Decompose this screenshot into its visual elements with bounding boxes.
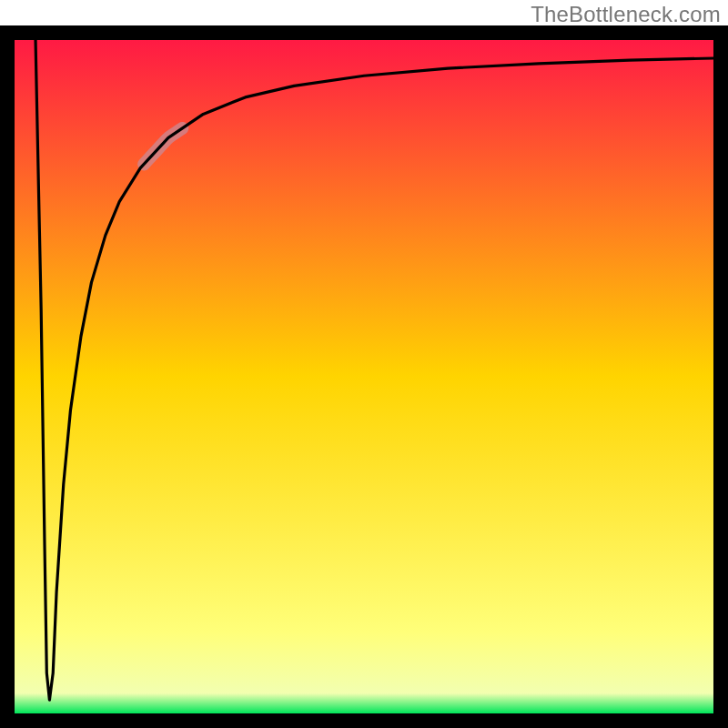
watermark-text: TheBottleneck.com (531, 2, 721, 27)
svg-rect-0 (15, 40, 713, 713)
chart-canvas (0, 0, 728, 728)
bottleneck-chart: TheBottleneck.com (0, 0, 728, 728)
